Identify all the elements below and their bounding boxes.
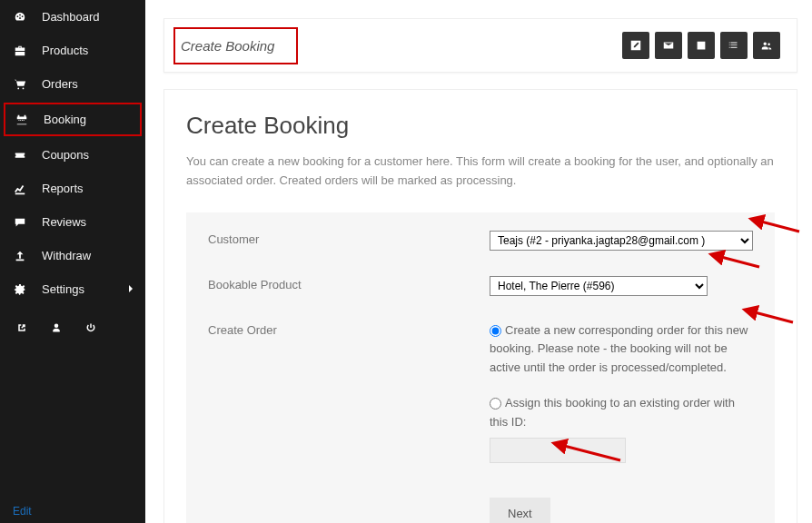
radio-new-order-input[interactable] (490, 325, 501, 337)
radio-new-order[interactable]: Create a new corresponding order for thi… (490, 323, 748, 375)
edit-button[interactable] (622, 32, 649, 59)
booking-form: Customer Teajs (#2 - priyanka.jagtap28@g… (186, 212, 775, 523)
topbar-title: Create Booking (173, 27, 298, 64)
sidebar-label: Coupons (42, 148, 89, 162)
customer-select[interactable]: Teajs (#2 - priyanka.jagtap28@gmail.com … (490, 231, 753, 251)
sidebar-label: Orders (42, 77, 78, 91)
sidebar-item-booking[interactable]: Booking (4, 103, 142, 136)
sidebar-label: Booking (44, 113, 86, 126)
tachometer-icon (11, 11, 29, 24)
power-button[interactable] (76, 313, 105, 342)
page-description: You can create a new booking for a custo… (186, 153, 775, 191)
briefcase-icon (11, 44, 29, 57)
existing-order-id-input[interactable] (490, 438, 626, 463)
sidebar: Dashboard Products Orders Booking Coupon… (0, 0, 145, 523)
sidebar-label: Dashboard (42, 10, 100, 24)
product-select[interactable]: Hotel, The Pierre (#596) (490, 276, 708, 296)
sidebar-item-reviews[interactable]: Reviews (0, 205, 145, 239)
radio-existing-order-input[interactable] (490, 398, 501, 410)
create-order-label: Create Order (208, 321, 490, 523)
cart-icon (11, 78, 29, 91)
chart-icon (11, 183, 29, 195)
sidebar-bottom-bar (0, 306, 145, 350)
product-label: Bookable Product (208, 276, 490, 296)
sidebar-label: Reviews (42, 215, 86, 229)
calendar-button[interactable] (688, 32, 715, 59)
sidebar-label: Reports (42, 182, 84, 195)
topbar: Create Booking (163, 18, 797, 73)
calendar-icon (13, 113, 31, 126)
upload-icon (11, 250, 29, 262)
users-button[interactable] (753, 32, 780, 59)
sidebar-item-orders[interactable]: Orders (0, 67, 145, 101)
sidebar-item-settings[interactable]: Settings (0, 272, 145, 306)
sidebar-label: Products (42, 44, 88, 57)
sidebar-item-reports[interactable]: Reports (0, 172, 145, 205)
user-button[interactable] (42, 313, 71, 342)
sidebar-item-coupons[interactable]: Coupons (0, 138, 145, 172)
page-title: Create Booking (186, 112, 775, 140)
topbar-actions (622, 32, 780, 59)
customer-label: Customer (208, 231, 490, 251)
next-button[interactable]: Next (490, 498, 550, 523)
sidebar-item-products[interactable]: Products (0, 34, 145, 67)
main-panel: Create Booking Create Booking You can cr… (145, 0, 812, 523)
comment-icon (11, 216, 29, 229)
sidebar-item-withdraw[interactable]: Withdraw (0, 239, 145, 272)
external-link-button[interactable] (7, 313, 36, 342)
sidebar-label: Withdraw (42, 249, 91, 262)
list-button[interactable] (720, 32, 748, 59)
content-card: Create Booking You can create a new book… (163, 89, 797, 523)
chevron-right-icon (127, 282, 134, 296)
sidebar-label: Settings (42, 282, 84, 296)
edit-link[interactable]: Edit (13, 505, 32, 518)
gear-icon (11, 283, 29, 296)
radio-existing-order[interactable]: Assign this booking to an existing order… (490, 396, 735, 429)
ticket-icon (11, 149, 29, 162)
sidebar-item-dashboard[interactable]: Dashboard (0, 0, 145, 34)
mail-button[interactable] (655, 32, 682, 59)
